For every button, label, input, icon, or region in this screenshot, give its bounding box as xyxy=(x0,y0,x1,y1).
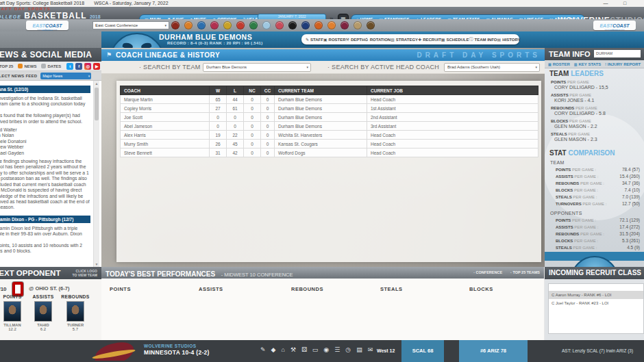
table-cell: 65 xyxy=(210,95,227,104)
action-strategy[interactable]: ▧STRATEGY xyxy=(391,37,418,42)
top25-filter-link[interactable]: · TOP 25 TEAMS xyxy=(510,267,540,279)
play-icon[interactable]: ◆ xyxy=(271,346,276,353)
conference-filter-link[interactable]: · CONFERENCE xyxy=(473,267,502,279)
action-staff[interactable]: ✎STAFF xyxy=(306,37,323,42)
stat-label: STEALS xyxy=(551,132,567,136)
action-rotation[interactable]: ♻ROTATION xyxy=(364,37,391,42)
tab-roster[interactable]: ▣ ROSTER xyxy=(548,62,570,66)
facebook-icon[interactable]: f xyxy=(75,63,82,70)
chevron-down-icon: ▾ xyxy=(164,22,166,29)
comparison-title: STAT xyxy=(549,149,567,157)
instagram-icon[interactable]: ◎ xyxy=(84,63,91,70)
home-icon[interactable]: ⌂ xyxy=(281,346,284,353)
best-performance-columns: POINTSASSISTSREBOUNDSSTEALSBLOCKS xyxy=(101,286,544,294)
player-photo[interactable] xyxy=(34,301,52,322)
eastcoast-logo[interactable]: EASTCOAST • • • conference • • • xyxy=(26,21,69,30)
menu-icon[interactable]: ☰ xyxy=(334,346,340,353)
scroll-up-icon[interactable]: ▲ xyxy=(94,81,99,86)
best-column-points: POINTS xyxy=(110,286,131,292)
mail-icon[interactable]: ✉ xyxy=(368,346,373,353)
table-row[interactable]: Abel Jameson0000Durham Blue Demons3rd As… xyxy=(121,122,538,131)
tools-icon[interactable]: ⚒ xyxy=(290,346,296,353)
player-photo[interactable] xyxy=(66,301,84,322)
youtube-icon[interactable]: ▶ xyxy=(93,63,100,70)
table-cell: Copley Morris xyxy=(121,104,210,113)
conference-team-logo-4[interactable] xyxy=(210,21,219,29)
twitter-icon[interactable]: t xyxy=(66,63,73,70)
news-scrollbar[interactable]: ▲ ▼ xyxy=(93,81,99,267)
table-cell: Steve Bennett xyxy=(121,148,210,157)
action-schedule[interactable]: ▦SCHEDULE xyxy=(441,37,469,42)
news-headline[interactable]: Indiana St. (12/10) xyxy=(0,86,90,93)
conference-team-logo-15[interactable] xyxy=(354,21,362,29)
table-row[interactable]: Murry Smith264500Kansas St. CougarsHead … xyxy=(121,140,538,148)
news-headline[interactable]: Benjamin Dixon - PG - Pittsburgh (12/7) xyxy=(0,216,90,223)
tab-injury-report[interactable]: ! INJURY REPORT xyxy=(605,62,641,66)
news-feed-list: Indiana St. (12/10) An investigation of … xyxy=(0,81,101,267)
conference-team-logo-14[interactable] xyxy=(340,21,349,29)
conference-team-logo-13[interactable] xyxy=(327,21,336,29)
maximize-button[interactable]: □ xyxy=(618,0,632,6)
conference-team-logo-2[interactable] xyxy=(184,21,193,29)
conference-team-logo-3[interactable] xyxy=(197,21,206,29)
action-team-info[interactable]: ⓘTEAM INFO xyxy=(469,36,497,42)
card-icon[interactable]: ▭ xyxy=(312,346,319,353)
search-coach-dropdown[interactable]: Brad Adams (Southern Utah) ▾ xyxy=(444,63,540,72)
conference-team-logo-7[interactable] xyxy=(249,21,258,29)
conference-team-logo-10[interactable] xyxy=(288,21,297,29)
table-row[interactable]: Alex Harris192200Wichita St. HarvestersH… xyxy=(121,131,538,140)
boxscore-icon[interactable]: ▤ xyxy=(356,346,362,353)
action-roster[interactable]: ▣ROSTER xyxy=(323,37,346,42)
conference-team-logo-11[interactable] xyxy=(301,21,310,29)
table-row[interactable]: Copley Morris276100Durham Blue Demons1st… xyxy=(121,104,538,113)
action-recruit[interactable]: ✚RECRUIT xyxy=(418,37,441,42)
table-row[interactable]: Steve Bennett314200Wofford DogsHead Coac… xyxy=(121,148,538,157)
leader-entry: ASSISTS PER GAMEKORI JONES - 4.1 xyxy=(545,93,644,103)
dice-icon[interactable]: ⚄ xyxy=(301,346,307,353)
score-chip-away[interactable]: SCAL 68 xyxy=(401,340,444,362)
conference-team-logo-16[interactable] xyxy=(367,21,375,29)
recruit-row[interactable]: C Aaron Murray - RANK #6 - LOI xyxy=(549,291,643,299)
tab-top25[interactable]: TOP 25 xyxy=(0,64,13,68)
table-row[interactable]: Marque Martin654400Durham Blue DemonsHea… xyxy=(121,95,538,104)
conference-team-logo-1[interactable] xyxy=(171,21,179,29)
scroll-down-icon[interactable]: ▼ xyxy=(94,262,99,266)
conference-team-logo-9[interactable] xyxy=(275,21,284,29)
column-header-w: W xyxy=(210,86,227,95)
conference-team-logo-6[interactable] xyxy=(236,21,245,29)
search-team-dropdown[interactable]: Durham Blue Demons ▾ xyxy=(203,63,311,72)
recruit-row[interactable]: C Joel Taylor - RANK #23 - LOI xyxy=(549,299,643,307)
tab-dates[interactable]: DATES xyxy=(41,64,61,68)
eastcoast-logo[interactable]: EASTCOAST • • • conference • • • xyxy=(593,21,636,30)
table-cell: Durham Blue Demons xyxy=(275,104,367,113)
action-history[interactable]: ▤HISTORY xyxy=(497,37,520,42)
table-cell: 1st Assistant xyxy=(367,104,538,113)
tab-news[interactable]: NEWS xyxy=(18,64,36,68)
table-cell: 0 xyxy=(261,104,275,113)
opponent-leader-assists: ASSISTSTAHID6.2 xyxy=(27,294,59,331)
clock-icon[interactable]: ◷ xyxy=(345,346,351,353)
edit-icon[interactable]: ✎ xyxy=(260,346,266,353)
action-depth[interactable]: ⚒DEPTH xyxy=(346,37,365,42)
conference-team-logo-12[interactable] xyxy=(314,21,323,29)
conference-team-logo-5[interactable] xyxy=(223,21,232,29)
table-cell: 22 xyxy=(227,131,244,140)
action-label: STAFF xyxy=(310,38,323,42)
tab-key-stats[interactable]: ▥ KEY STATS xyxy=(574,62,601,66)
score-chip-home[interactable]: #6 ARIZ 78 xyxy=(459,340,528,362)
conference-team-logo-8[interactable] xyxy=(262,21,271,29)
target-icon[interactable]: ◉ xyxy=(323,346,329,353)
table-row[interactable]: Joe Scott0000Durham Blue Demons2nd Assis… xyxy=(121,113,538,122)
action-label: ROTATION xyxy=(370,38,391,42)
conference-dropdown[interactable]: East Coast Conference ▾ xyxy=(92,21,169,29)
scrollbar-thumb[interactable] xyxy=(95,88,99,120)
team-info-dropdown[interactable]: DURHAM xyxy=(594,50,641,57)
team-logo-durham[interactable] xyxy=(110,33,164,48)
minimize-button[interactable]: — xyxy=(599,0,612,6)
column-header-current-job: CURRENT JOB xyxy=(367,86,538,95)
stat-label: REBOUNDS xyxy=(556,232,579,236)
column-header-coach: COACH xyxy=(121,86,210,95)
stat-label: POINTS xyxy=(556,168,571,172)
player-photo[interactable] xyxy=(3,301,21,322)
news-feed-dropdown[interactable]: Major News ▾ xyxy=(40,73,91,79)
